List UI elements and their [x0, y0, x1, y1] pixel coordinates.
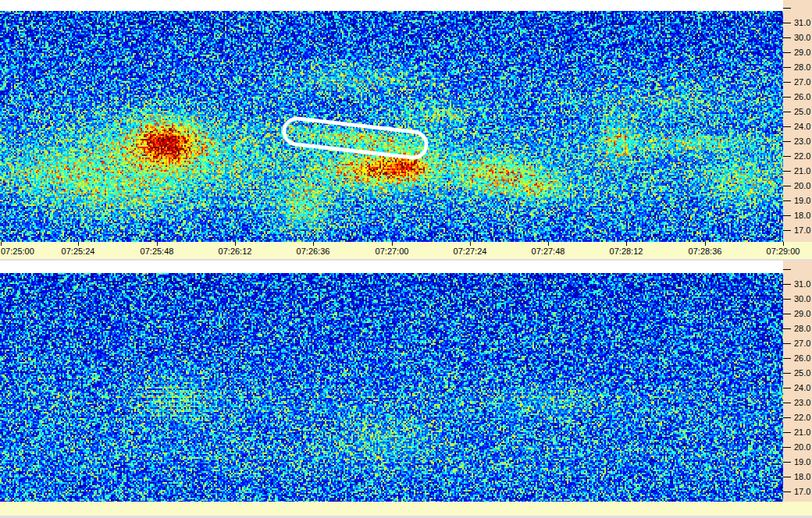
freq-tick: [783, 97, 791, 98]
freq-tick: [783, 462, 791, 463]
freq-tick: [783, 37, 791, 38]
freq-tick: [783, 126, 791, 127]
freq-tick: [783, 8, 791, 9]
freq-tick: [783, 403, 791, 403]
freq-tick: [783, 373, 791, 374]
time-axis-lcp: [0, 502, 812, 516]
panel-rcp: AJ4CO Observatory 20 Mar 2017 - DPS on T…: [0, 0, 812, 242]
time-tick-label: 07:26:12: [219, 247, 252, 257]
freq-tick: [783, 299, 791, 300]
freq-tick: [783, 82, 791, 83]
freq-tick: [783, 491, 791, 492]
spectrogram-rcp[interactable]: [0, 11, 783, 242]
time-axis-rcp: 07:25:0007:25:2407:25:4807:26:1207:26:36…: [0, 242, 812, 259]
freq-tick-label: 20.0: [794, 443, 810, 452]
freq-tick-label: 20.0: [794, 182, 810, 190]
time-tick: [78, 242, 79, 246]
time-tick-label: 07:25:00: [1, 247, 34, 257]
freq-tick: [783, 358, 791, 359]
freq-tick-label: 28.0: [794, 63, 810, 72]
freq-tick-label: 26.0: [794, 354, 810, 363]
time-tick-label: 07:29:00: [767, 247, 800, 257]
time-tick: [1, 242, 2, 246]
time-tick-label: 07:27:48: [532, 247, 565, 257]
time-tick: [313, 242, 314, 246]
spectrograph-window: AJ4CO Observatory 20 Mar 2017 - DPS on T…: [0, 0, 812, 518]
time-tick: [548, 242, 549, 246]
freq-tick-label: 22.0: [794, 413, 810, 422]
time-tick-label: 07:27:24: [454, 247, 487, 257]
freq-tick: [783, 67, 791, 68]
freq-tick: [783, 269, 791, 270]
freq-tick: [783, 388, 791, 388]
panel-rcp-titlebar: AJ4CO Observatory 20 Mar 2017 - DPS on T…: [0, 0, 783, 11]
freq-tick: [783, 112, 791, 112]
freq-tick-label: 28.0: [794, 325, 810, 333]
freq-tick-label: 22.0: [794, 152, 810, 161]
freq-tick-label: 30.0: [794, 295, 810, 303]
freq-tick-label: 29.0: [794, 310, 810, 318]
time-tick-label: 07:27:00: [376, 247, 409, 257]
panel-lcp-titlebar: AJ4CO Observatory 20 Mar 2017 - DPS on T…: [0, 261, 783, 273]
freq-tick-label: 26.0: [794, 93, 810, 101]
freq-tick: [783, 417, 791, 418]
freq-tick-label: 25.0: [794, 369, 810, 378]
time-tick: [392, 242, 393, 246]
freq-tick: [783, 230, 791, 231]
freq-tick: [783, 156, 791, 157]
freq-tick: [783, 328, 791, 329]
freq-tick: [783, 284, 791, 285]
freq-tick-label: 21.0: [794, 167, 810, 176]
freq-tick-label: 24.0: [794, 384, 810, 392]
time-tick: [235, 242, 236, 246]
freq-scale-rcp: 31.030.029.028.027.026.025.024.023.022.0…: [783, 0, 812, 242]
freq-scale-lcp: 31.030.029.028.027.026.025.024.023.022.0…: [783, 261, 812, 502]
freq-tick-label: 27.0: [794, 78, 810, 87]
freq-tick-label: 19.0: [794, 197, 810, 205]
time-tick-label: 07:25:48: [141, 247, 174, 257]
time-tick: [626, 242, 627, 246]
freq-tick: [783, 200, 791, 201]
freq-tick-label: 19.0: [794, 458, 810, 467]
freq-tick-label: 27.0: [794, 339, 810, 348]
freq-tick-label: 18.0: [794, 473, 810, 481]
time-tick: [705, 242, 706, 246]
freq-tick-label: 31.0: [794, 19, 810, 27]
freq-tick-label: 21.0: [794, 428, 810, 437]
freq-tick: [783, 314, 791, 314]
freq-tick-label: 18.0: [794, 211, 810, 220]
time-tick-label: 07:28:36: [689, 247, 722, 257]
freq-tick-label: 30.0: [794, 34, 810, 42]
freq-tick: [783, 141, 791, 142]
freq-tick: [783, 52, 791, 53]
freq-tick: [783, 23, 791, 23]
freq-tick: [783, 447, 791, 448]
time-tick: [157, 242, 158, 246]
freq-tick: [783, 215, 791, 216]
panel-lcp: AJ4CO Observatory 20 Mar 2017 - DPS on T…: [0, 261, 812, 502]
freq-tick-label: 29.0: [794, 48, 810, 57]
time-tick: [783, 242, 784, 246]
freq-tick: [783, 186, 791, 186]
time-tick: [470, 242, 471, 246]
time-tick-label: 07:26:36: [297, 247, 330, 257]
freq-tick: [783, 343, 791, 344]
freq-tick: [783, 477, 791, 477]
time-tick-label: 07:28:12: [610, 247, 643, 257]
freq-tick-label: 25.0: [794, 108, 810, 116]
time-tick-label: 07:25:24: [62, 247, 95, 257]
freq-tick: [783, 171, 791, 172]
freq-tick-label: 17.0: [794, 226, 810, 235]
freq-tick-label: 17.0: [794, 488, 810, 496]
freq-tick-label: 31.0: [794, 280, 810, 289]
freq-tick-label: 23.0: [794, 399, 810, 407]
freq-tick-label: 24.0: [794, 122, 810, 131]
freq-tick: [783, 432, 791, 433]
freq-tick-label: 23.0: [794, 137, 810, 146]
spectrogram-lcp[interactable]: [0, 273, 783, 502]
